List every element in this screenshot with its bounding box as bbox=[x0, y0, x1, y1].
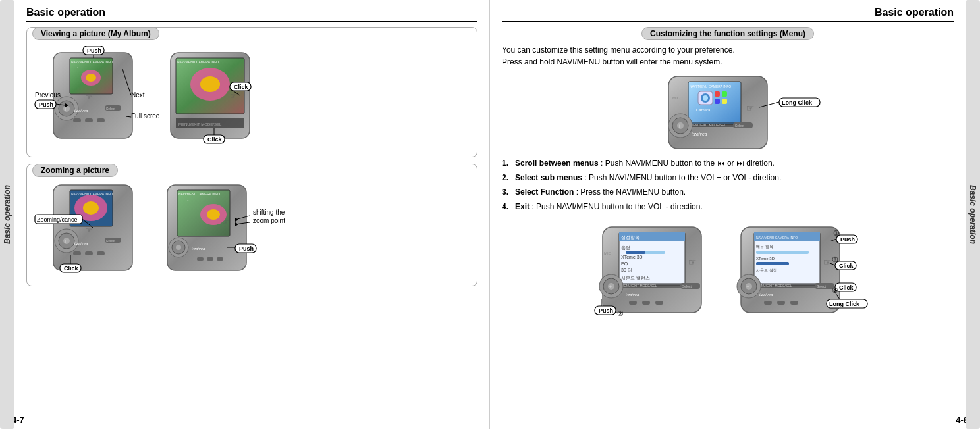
svg-text:Push: Push bbox=[239, 245, 254, 252]
svg-text:Camera: Camera bbox=[696, 108, 711, 112]
device-menu-top-svg: NAVI/MENU CAMERA INFO Camera MENU/EXIT M… bbox=[622, 73, 833, 152]
svg-rect-96 bbox=[722, 91, 727, 97]
svg-text:Full screen: Full screen bbox=[131, 113, 159, 120]
svg-text:NAVI/MENU CAMERA INFO: NAVI/MENU CAMERA INFO bbox=[756, 236, 798, 240]
svg-text:Select: Select bbox=[682, 284, 692, 288]
instruction-2: 2. Select sub menus : Push NAVI/MENU but… bbox=[502, 172, 954, 184]
svg-text:②: ② bbox=[617, 309, 624, 317]
svg-text:+: + bbox=[678, 123, 681, 130]
svg-text:Select: Select bbox=[106, 239, 116, 243]
svg-text:Push: Push bbox=[599, 307, 613, 314]
svg-rect-12 bbox=[97, 118, 105, 122]
device-left-svg: NAVI/MENU CAMERA INFO + + i bbox=[34, 46, 159, 148]
svg-rect-98 bbox=[722, 99, 727, 104]
svg-text:Push: Push bbox=[840, 236, 855, 243]
svg-text:i:zaivea: i:zaivea bbox=[626, 293, 640, 297]
svg-text:+: + bbox=[746, 284, 749, 290]
svg-text:MENU/EXIT  MODE/SEL: MENU/EXIT MODE/SEL bbox=[178, 122, 222, 126]
svg-text:Click: Click bbox=[234, 84, 249, 90]
svg-rect-132 bbox=[629, 301, 637, 305]
device-zoom-right-svg: NAVI/MENU CAMERA INFO + i:zaivea bbox=[164, 182, 296, 277]
device-zoom-left-svg: NAVI/MENU CAMERA INFO + i:zaivea bbox=[34, 182, 159, 277]
instruction-1: 1. Scroll between menus : Push NAVI/MENU… bbox=[502, 157, 954, 169]
svg-text:Select: Select bbox=[817, 284, 827, 288]
zooming-section: Zooming a picture NAVI/MENU C bbox=[26, 164, 477, 286]
intro-text: You can customize this setting menu acco… bbox=[502, 44, 954, 68]
right-page: Basic operation Basic operation Customiz… bbox=[490, 0, 980, 429]
svg-rect-97 bbox=[715, 99, 720, 104]
svg-text:음량: 음량 bbox=[621, 245, 630, 251]
svg-text:Long Click: Long Click bbox=[782, 99, 813, 106]
svg-point-73 bbox=[176, 245, 181, 250]
svg-text:Click: Click bbox=[207, 136, 223, 143]
svg-text:shifting the: shifting the bbox=[253, 209, 285, 216]
svg-text:i:zaivea: i:zaivea bbox=[192, 247, 205, 251]
svg-text:MIC: MIC bbox=[672, 96, 680, 100]
svg-text:Push: Push bbox=[87, 47, 101, 54]
svg-text:XTeme 3D: XTeme 3D bbox=[621, 255, 643, 259]
sidebar-label-left: Basic operation bbox=[0, 0, 14, 429]
svg-text:NAVI/MENU CAMERA INFO: NAVI/MENU CAMERA INFO bbox=[71, 60, 113, 64]
viewing-section: Viewing a picture (My Album) bbox=[26, 27, 477, 157]
svg-text:☞: ☞ bbox=[823, 257, 832, 267]
svg-text:EQ: EQ bbox=[621, 261, 628, 266]
svg-text:MENU/EXIT  MODE/SEL: MENU/EXIT MODE/SEL bbox=[756, 284, 792, 288]
svg-text:사운드 설정: 사운드 설정 bbox=[756, 268, 777, 272]
svg-rect-95 bbox=[715, 91, 720, 97]
svg-text:XTeme 3D: XTeme 3D bbox=[756, 257, 775, 261]
svg-rect-149 bbox=[756, 262, 789, 265]
svg-rect-159 bbox=[777, 301, 785, 305]
svg-text:Zooming/cancel: Zooming/cancel bbox=[37, 216, 79, 223]
svg-point-47 bbox=[83, 201, 99, 214]
svg-text:i:zaivea: i:zaivea bbox=[74, 109, 88, 113]
svg-text:i:zaivea: i:zaivea bbox=[692, 132, 707, 136]
svg-text:MIC: MIC bbox=[604, 251, 612, 255]
svg-text:+: + bbox=[609, 284, 612, 290]
svg-text:NAVI/MENU CAMERA INFO: NAVI/MENU CAMERA INFO bbox=[690, 84, 731, 88]
svg-text:i:zaivea: i:zaivea bbox=[759, 293, 773, 297]
svg-rect-158 bbox=[764, 301, 772, 305]
svg-point-5 bbox=[86, 74, 96, 82]
svg-text:MENU/EXIT  MODE/SEL: MENU/EXIT MODE/SEL bbox=[690, 123, 726, 127]
svg-text:Push: Push bbox=[39, 101, 53, 108]
customizing-section-label: Customizing the function settings (Menu) bbox=[641, 27, 814, 40]
svg-rect-77 bbox=[217, 257, 223, 261]
svg-text:MENU/EXIT  MODE/SEL: MENU/EXIT MODE/SEL bbox=[621, 284, 657, 288]
right-page-title: Basic operation bbox=[502, 7, 954, 22]
viewing-section-label: Viewing a picture (My Album) bbox=[32, 27, 159, 40]
svg-text:사운드 밸런스: 사운드 밸런스 bbox=[621, 276, 650, 280]
svg-rect-52 bbox=[73, 251, 81, 255]
svg-rect-133 bbox=[642, 301, 650, 305]
svg-text:Click: Click bbox=[839, 263, 854, 269]
svg-rect-134 bbox=[655, 301, 663, 305]
svg-text:☞: ☞ bbox=[222, 217, 229, 226]
svg-text:Previous: Previous bbox=[35, 91, 61, 99]
svg-rect-75 bbox=[197, 257, 204, 261]
svg-text:☞: ☞ bbox=[85, 226, 92, 235]
svg-text:①: ① bbox=[833, 229, 840, 237]
svg-text:i:zaivea: i:zaivea bbox=[74, 241, 88, 245]
svg-rect-147 bbox=[756, 251, 809, 254]
svg-text:Select: Select bbox=[106, 107, 116, 111]
svg-rect-10 bbox=[73, 118, 81, 122]
svg-text:30 타: 30 타 bbox=[621, 268, 632, 272]
svg-rect-76 bbox=[207, 257, 213, 261]
svg-text:메뉴 항목: 메뉴 항목 bbox=[756, 245, 773, 249]
svg-text:Long Click: Long Click bbox=[829, 301, 860, 307]
svg-rect-119 bbox=[626, 251, 645, 254]
svg-text:Click: Click bbox=[839, 284, 854, 291]
svg-point-93 bbox=[703, 95, 708, 101]
svg-text:설정항목: 설정항목 bbox=[621, 235, 640, 240]
svg-text:☞: ☞ bbox=[746, 103, 755, 113]
zooming-section-label: Zooming a picture bbox=[32, 164, 118, 177]
instruction-3: 3. Select Function : Press the NAVI/MENU… bbox=[502, 186, 954, 198]
svg-text:☞: ☞ bbox=[688, 257, 697, 267]
left-page: Basic operation Basic operation Viewing … bbox=[0, 0, 490, 429]
svg-text:Next: Next bbox=[131, 91, 145, 99]
sidebar-label-right: Basic operation bbox=[966, 0, 980, 429]
svg-text:③: ③ bbox=[832, 255, 838, 263]
svg-text:zoom point: zoom point bbox=[253, 217, 285, 224]
svg-text:NAVI/MENU CAMERA INFO: NAVI/MENU CAMERA INFO bbox=[177, 60, 219, 64]
device-right-svg: NAVI/MENU CAMERA INFO MENU/EXIT MODE/SEL… bbox=[164, 46, 269, 148]
svg-rect-160 bbox=[790, 301, 798, 305]
